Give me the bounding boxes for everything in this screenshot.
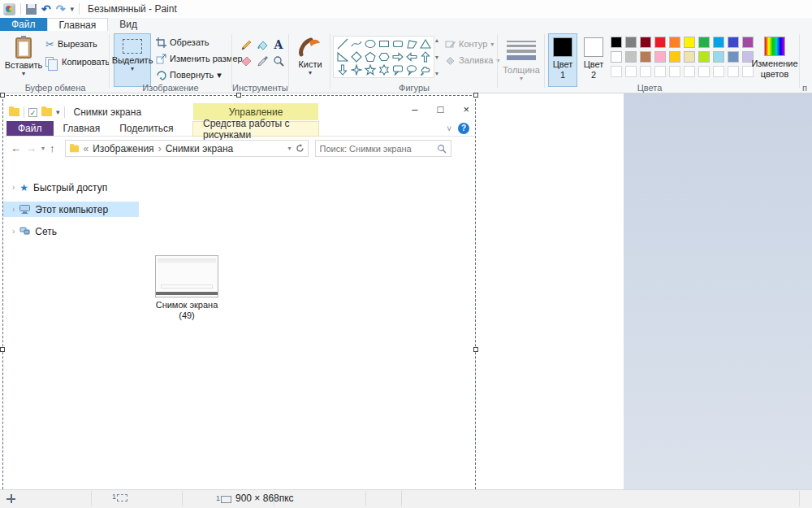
color-picker-tool-icon[interactable]: [255, 54, 270, 68]
shape-star-5-icon[interactable]: [363, 63, 377, 76]
palette-color-empty[interactable]: [611, 66, 622, 77]
shape-curve-icon[interactable]: [349, 37, 363, 50]
palette-color[interactable]: [698, 37, 710, 48]
select-dropdown-icon[interactable]: ▾: [131, 65, 134, 72]
palette-color-empty[interactable]: [625, 66, 637, 77]
palette-color[interactable]: [713, 37, 724, 48]
selection-handle-top-right[interactable]: [473, 93, 478, 98]
shape-star-4-icon[interactable]: [349, 63, 363, 76]
resize-button[interactable]: Изменить размер: [156, 52, 243, 65]
shape-star-6-icon[interactable]: [377, 63, 391, 76]
shape-arrow-down-icon[interactable]: [335, 63, 349, 76]
shape-ellipse-icon[interactable]: [363, 37, 377, 50]
statusbar-divider: [91, 491, 92, 506]
fill-tool-icon[interactable]: [255, 37, 270, 52]
selection-border[interactable]: [2, 95, 476, 489]
palette-color-empty[interactable]: [713, 66, 724, 77]
shape-hexagon-icon[interactable]: [377, 50, 391, 63]
palette-color[interactable]: [654, 37, 666, 48]
shape-diamond-icon[interactable]: [349, 50, 363, 63]
rotate-dropdown-icon[interactable]: ▾: [217, 70, 222, 80]
image-size-indicator: 1 900 × 868пкс: [216, 493, 294, 504]
palette-color[interactable]: [640, 51, 651, 63]
shapes-more-icon[interactable]: ▼: [434, 71, 440, 76]
palette-color-empty[interactable]: [728, 66, 739, 77]
tab-view[interactable]: Вид: [108, 18, 149, 31]
color2-button[interactable]: Цвет2: [579, 33, 608, 87]
eraser-tool-icon[interactable]: [239, 54, 253, 68]
brushes-button[interactable]: Кисти ▾: [292, 33, 328, 87]
shape-callout-oval-icon[interactable]: [404, 63, 418, 76]
palette-color-empty[interactable]: [684, 66, 695, 77]
shape-rounded-rectangle-icon[interactable]: [391, 37, 404, 50]
palette-color-empty[interactable]: [698, 66, 710, 77]
thickness-dropdown-icon[interactable]: ▾: [520, 75, 523, 82]
select-button[interactable]: Выделить ▾: [114, 33, 151, 87]
shape-arrow-right-icon[interactable]: [391, 50, 404, 63]
undo-icon[interactable]: ↶: [41, 3, 51, 15]
palette-color-empty[interactable]: [669, 66, 680, 77]
group-label-colors: Цвета: [548, 83, 751, 93]
save-icon[interactable]: [26, 4, 37, 15]
text-tool-icon[interactable]: A: [271, 37, 286, 52]
palette-color[interactable]: [654, 51, 666, 63]
outline-dropdown-icon[interactable]: ▾: [490, 41, 494, 48]
selection-handle-top-center[interactable]: [236, 93, 241, 98]
image-size-value: 900 × 868пкс: [235, 493, 294, 504]
shape-right-triangle-icon[interactable]: [335, 50, 349, 63]
palette-color[interactable]: [684, 37, 695, 48]
shape-arrow-left-icon[interactable]: [404, 50, 418, 63]
selection-handle-middle-left[interactable]: [0, 347, 5, 352]
palette-color[interactable]: [640, 37, 651, 48]
rotate-button[interactable]: Повернуть ▾: [156, 68, 222, 81]
redo-icon[interactable]: ↷: [56, 3, 66, 15]
palette-color[interactable]: [728, 37, 739, 48]
selection-size-icon: [117, 494, 127, 501]
thickness-button[interactable]: Толщина ▾: [500, 33, 542, 87]
shape-outline-button[interactable]: Контур ▾: [445, 37, 494, 50]
crop-button[interactable]: Обрезать: [156, 36, 209, 49]
quick-access-dropdown-icon[interactable]: ▾: [70, 5, 74, 13]
shape-fill-button[interactable]: Заливка ▾: [445, 54, 499, 67]
statusbar-divider: [401, 491, 402, 506]
palette-color[interactable]: [611, 51, 622, 63]
selection-handle-top-left[interactable]: [0, 93, 5, 98]
copy-button[interactable]: Копировать: [45, 55, 110, 68]
paste-dropdown-icon[interactable]: ▾: [22, 70, 25, 77]
shape-line-icon[interactable]: [335, 37, 349, 50]
paint-ribbon: Вставить ▾ ✂ Вырезать Копировать Буфер о…: [0, 31, 812, 93]
shape-triangle-icon[interactable]: [418, 37, 432, 50]
cursor-position-icon: [6, 494, 15, 503]
palette-color[interactable]: [611, 37, 622, 48]
palette-color-empty[interactable]: [654, 66, 666, 77]
shape-arrow-up-icon[interactable]: [418, 50, 432, 63]
shapes-scroll[interactable]: ▲ ▼ ▼: [433, 37, 441, 76]
palette-color[interactable]: [625, 37, 637, 48]
shape-callout-rounded-icon[interactable]: [391, 63, 404, 76]
color1-button[interactable]: Цвет1: [548, 33, 577, 87]
palette-color[interactable]: [713, 51, 724, 63]
palette-color[interactable]: [698, 51, 710, 63]
palette-color[interactable]: [742, 37, 754, 48]
palette-color[interactable]: [669, 37, 680, 48]
shape-callout-cloud-icon[interactable]: [418, 63, 432, 76]
shape-pentagon-icon[interactable]: [363, 50, 377, 63]
brushes-dropdown-icon[interactable]: ▾: [309, 69, 312, 76]
shapes-scroll-down-icon[interactable]: ▼: [434, 54, 440, 60]
tab-home[interactable]: Главная: [47, 18, 109, 31]
palette-color[interactable]: [625, 51, 637, 63]
shape-rectangle-icon[interactable]: [377, 37, 391, 50]
paste-button[interactable]: Вставить ▾: [5, 33, 42, 87]
cut-button[interactable]: ✂ Вырезать: [45, 37, 97, 50]
shape-polygon-icon[interactable]: [404, 37, 418, 50]
magnifier-tool-icon[interactable]: [271, 54, 286, 68]
selection-handle-middle-right[interactable]: [473, 347, 478, 352]
palette-color[interactable]: [684, 51, 695, 63]
palette-color[interactable]: [728, 51, 739, 63]
palette-color[interactable]: [669, 51, 680, 63]
palette-color-empty[interactable]: [640, 66, 651, 77]
edit-colors-button[interactable]: Изменениецветов: [754, 33, 796, 87]
tab-file[interactable]: Файл: [0, 18, 47, 31]
pencil-tool-icon[interactable]: [239, 37, 253, 52]
shapes-scroll-up-icon[interactable]: ▲: [434, 37, 440, 43]
